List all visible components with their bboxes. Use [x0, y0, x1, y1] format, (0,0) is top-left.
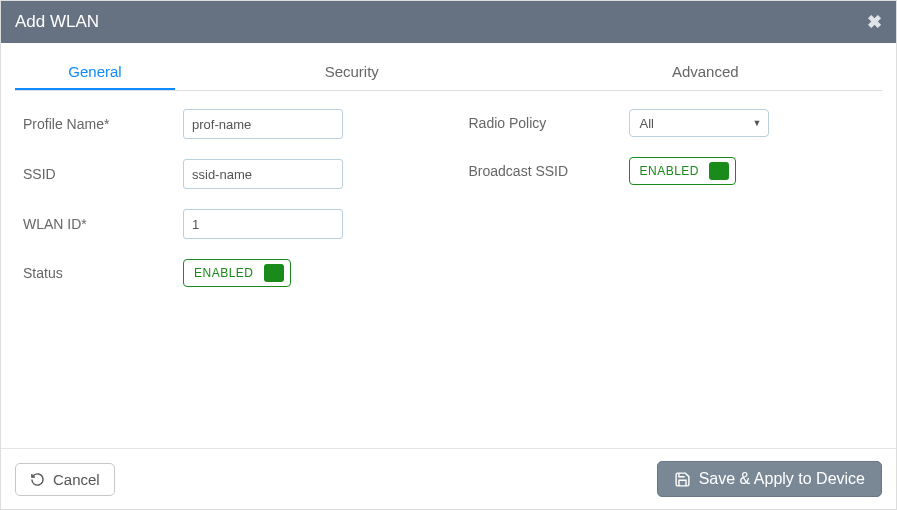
label-radio-policy: Radio Policy: [469, 115, 629, 131]
tab-security[interactable]: Security: [175, 53, 529, 90]
radio-policy-value: All: [640, 116, 654, 131]
save-apply-button[interactable]: Save & Apply to Device: [657, 461, 882, 497]
row-profile-name: Profile Name*: [23, 109, 429, 139]
toggle-knob-icon: [264, 264, 284, 282]
row-ssid: SSID: [23, 159, 429, 189]
form-right-column: Radio Policy All ▼ Broadcast SSID ENABLE…: [469, 109, 875, 307]
row-broadcast-ssid: Broadcast SSID ENABLED: [469, 157, 875, 185]
row-wlan-id: WLAN ID*: [23, 209, 429, 239]
wlan-id-input[interactable]: [183, 209, 343, 239]
chevron-down-icon: ▼: [753, 118, 762, 128]
label-broadcast-ssid: Broadcast SSID: [469, 163, 629, 179]
dialog-body: General Security Advanced Profile Name* …: [1, 43, 896, 448]
profile-name-input[interactable]: [183, 109, 343, 139]
broadcast-ssid-toggle[interactable]: ENABLED: [629, 157, 737, 185]
dialog-header: Add WLAN ✖: [1, 1, 896, 43]
label-wlan-id: WLAN ID*: [23, 216, 183, 232]
save-icon: [674, 471, 691, 488]
toggle-knob-icon: [709, 162, 729, 180]
cancel-button-label: Cancel: [53, 471, 100, 488]
tabs: General Security Advanced: [15, 53, 882, 91]
status-toggle-text: ENABLED: [194, 266, 254, 280]
dialog-footer: Cancel Save & Apply to Device: [1, 448, 896, 509]
dialog-title: Add WLAN: [15, 12, 99, 32]
tab-advanced[interactable]: Advanced: [529, 53, 883, 90]
add-wlan-dialog: Add WLAN ✖ General Security Advanced Pro…: [0, 0, 897, 510]
form-left-column: Profile Name* SSID WLAN ID* Status ENABL…: [23, 109, 429, 307]
broadcast-ssid-toggle-text: ENABLED: [640, 164, 700, 178]
radio-policy-select[interactable]: All ▼: [629, 109, 769, 137]
status-toggle[interactable]: ENABLED: [183, 259, 291, 287]
undo-icon: [30, 472, 45, 487]
row-radio-policy: Radio Policy All ▼: [469, 109, 875, 137]
tab-general[interactable]: General: [15, 53, 175, 90]
label-ssid: SSID: [23, 166, 183, 182]
ssid-input[interactable]: [183, 159, 343, 189]
label-status: Status: [23, 265, 183, 281]
row-status: Status ENABLED: [23, 259, 429, 287]
save-button-label: Save & Apply to Device: [699, 470, 865, 488]
cancel-button[interactable]: Cancel: [15, 463, 115, 496]
label-profile-name: Profile Name*: [23, 116, 183, 132]
form-area: Profile Name* SSID WLAN ID* Status ENABL…: [15, 109, 882, 307]
close-icon[interactable]: ✖: [867, 11, 882, 33]
